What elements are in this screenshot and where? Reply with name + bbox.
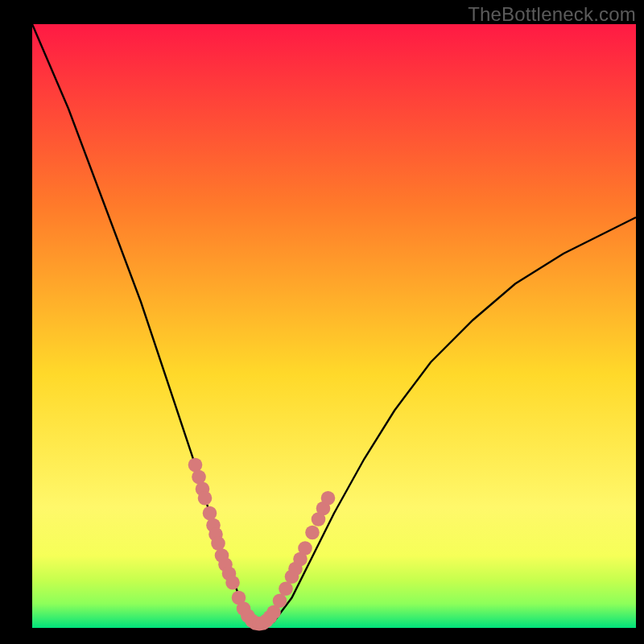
bottleneck-chart [0, 0, 644, 644]
data-point [203, 506, 217, 521]
data-point [211, 536, 225, 551]
data-point [279, 582, 293, 597]
data-point [198, 491, 213, 506]
data-point [298, 541, 312, 555]
data-point [305, 526, 320, 540]
plot-background [32, 24, 636, 628]
data-point [188, 458, 203, 473]
data-point [321, 491, 336, 506]
chart-stage: TheBottleneck.com [0, 0, 644, 644]
data-point [192, 470, 206, 485]
data-point [225, 576, 240, 590]
data-point [273, 594, 287, 609]
watermark-text: TheBottleneck.com [468, 3, 636, 26]
